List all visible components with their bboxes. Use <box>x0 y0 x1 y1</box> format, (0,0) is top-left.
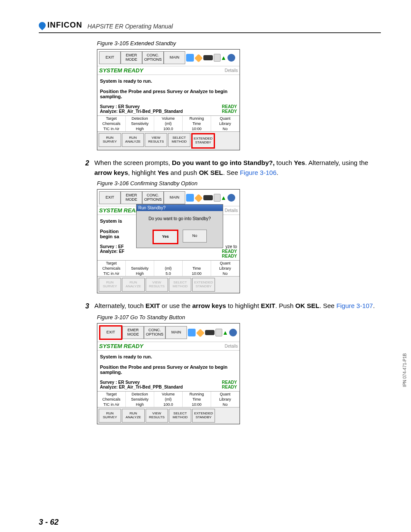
data-table: TargetDetectionVolumeRunningQuant Chemic… <box>97 115 240 132</box>
figure-105: EXIT EMER MODE CONC. OPTIONS MAIN ▲ SYST… <box>97 49 240 150</box>
globe-icon[interactable] <box>227 194 235 202</box>
globe-icon[interactable] <box>229 329 237 336</box>
figure-107: EXIT EMER MODE CONC. OPTIONS MAIN ▲ SYST… <box>97 323 240 424</box>
exit-button[interactable]: EXIT <box>99 51 121 64</box>
printer-icon[interactable] <box>215 329 222 336</box>
info-icon[interactable] <box>194 194 203 202</box>
figure-106-caption: Figure 3-106 Confirming Standby Option <box>97 180 381 187</box>
ready-msg-2: Position the Probe and press Survey or A… <box>100 89 227 99</box>
run-analyze-button[interactable]: RUN ANALYZE <box>122 133 144 147</box>
step-3: 3 Alternately, touch EXIT or use the arr… <box>85 301 381 311</box>
main-button[interactable]: MAIN <box>165 326 187 339</box>
brand-logo: INFICON <box>39 21 82 30</box>
tree-icon: ▲ <box>222 329 228 336</box>
figure-3-107-link[interactable]: Figure 3-107 <box>336 302 373 309</box>
details-link[interactable]: Details <box>224 68 238 73</box>
help-icon[interactable] <box>186 194 194 202</box>
run-survey-button[interactable]: RUN SURVEY <box>99 133 121 147</box>
info-icon[interactable] <box>196 329 205 337</box>
help-icon[interactable] <box>188 329 196 336</box>
footer-buttons: RUN SURVEY RUN ANALYZE VIEW RESULTS SELE… <box>97 132 240 150</box>
inficon-icon <box>37 20 47 30</box>
analyze-mode: Analyze: ER_Air_Tri-Bed_PPB_Standard <box>100 109 183 114</box>
extended-standby-button[interactable]: EXTENDED STANDBY <box>192 409 215 423</box>
survey-mode: Survey : ER Survey <box>100 104 140 109</box>
dialog-message: Do you want to go into Standby? <box>137 211 223 226</box>
standby-dialog: Run Standby? Do you want to go into Stan… <box>136 204 223 248</box>
info-icon[interactable] <box>194 54 203 62</box>
page-number: 3 - 62 <box>39 518 59 527</box>
exit-button[interactable]: EXIT <box>99 191 121 204</box>
conc-options-button[interactable]: CONC. OPTIONS <box>142 191 164 204</box>
manual-title: HAPSITE ER Operating Manual <box>87 23 173 30</box>
main-button[interactable]: MAIN <box>164 51 185 64</box>
no-button[interactable]: No <box>183 230 207 243</box>
globe-icon[interactable] <box>227 54 235 62</box>
page-header: INFICON HAPSITE ER Operating Manual <box>39 21 381 33</box>
printer-icon[interactable] <box>214 194 221 202</box>
view-results-button[interactable]: VIEW RESULTS <box>146 409 168 423</box>
step-2: 2 When the screen prompts, Do you want t… <box>85 158 381 177</box>
run-survey-button[interactable]: RUN SURVEY <box>99 409 121 423</box>
battery-icon <box>203 195 213 200</box>
view-results-button[interactable]: VIEW RESULTS <box>145 133 167 147</box>
ready-msg-1: System is ready to run. <box>100 78 152 84</box>
extended-standby-button[interactable]: EXTENDED STANDBY <box>191 133 215 149</box>
emer-mode-button[interactable]: EMER MODE <box>121 191 142 204</box>
yes-button[interactable]: Yes <box>153 230 178 244</box>
toolbar: EXIT EMER MODE CONC. OPTIONS MAIN ▲ <box>97 50 240 66</box>
help-icon[interactable] <box>186 54 194 62</box>
emer-mode-button[interactable]: EMER MODE <box>122 326 144 339</box>
emer-mode-button[interactable]: EMER MODE <box>121 51 142 64</box>
system-ready-label: SYSTEM READY <box>99 67 143 74</box>
document-id: IPN 074-471-P1B <box>402 353 407 387</box>
conc-options-button[interactable]: CONC. OPTIONS <box>142 51 164 64</box>
conc-options-button[interactable]: CONC. OPTIONS <box>144 326 165 339</box>
main-button[interactable]: MAIN <box>164 191 185 204</box>
tree-icon: ▲ <box>221 194 227 201</box>
select-method-button[interactable]: SELECT METHOD <box>169 409 191 423</box>
figure-105-caption: Figure 3-105 Extended Standby <box>97 40 381 47</box>
battery-icon <box>203 55 213 60</box>
exit-button[interactable]: EXIT <box>99 325 122 340</box>
select-method-button[interactable]: SELECT METHOD <box>168 133 190 147</box>
dialog-title: Run Standby? <box>137 205 223 211</box>
printer-icon[interactable] <box>214 54 221 62</box>
figure-107-caption: Figure 3-107 Go To Standby Button <box>97 314 381 320</box>
battery-icon <box>205 330 215 335</box>
figure-106: EXIT EMER MODE CONC. OPTIONS MAIN ▲ SYST… <box>97 189 240 293</box>
tree-icon: ▲ <box>221 54 227 61</box>
run-analyze-button[interactable]: RUN ANALYZE <box>122 409 144 423</box>
figure-3-106-link[interactable]: Figure 3-106 <box>240 169 277 176</box>
